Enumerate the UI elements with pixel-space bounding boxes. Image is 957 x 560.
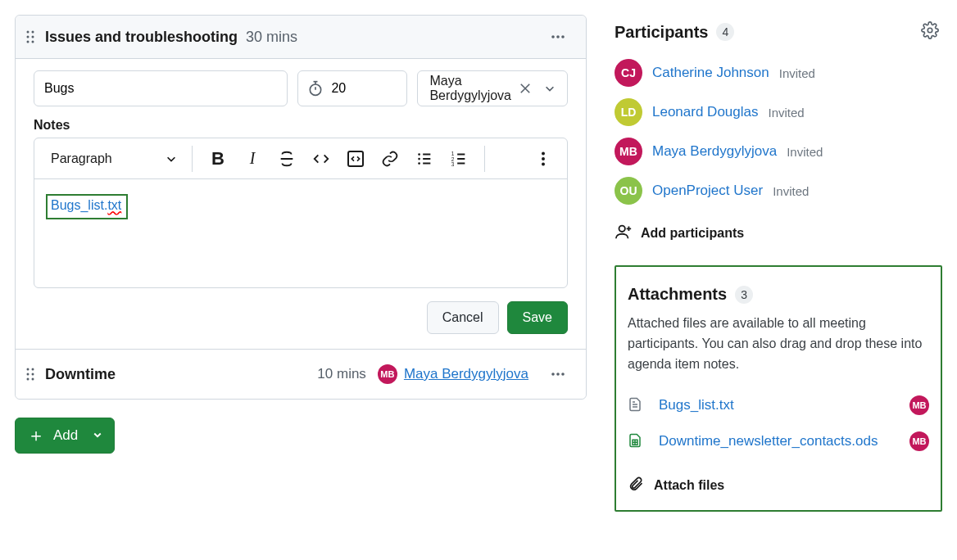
svg-point-25 <box>551 373 555 376</box>
drag-handle-icon[interactable] <box>24 368 37 381</box>
attach-files-button[interactable]: Attach files <box>628 476 929 495</box>
svg-point-11 <box>418 157 420 160</box>
attachments-count-badge: 3 <box>735 286 753 304</box>
agenda-item-header: Downtime 10 mins MB Maya Berdygylyjova <box>16 349 586 399</box>
format-select[interactable]: Paragraph <box>43 148 182 169</box>
svg-point-4 <box>27 41 29 43</box>
participant-avatar: LD <box>615 98 642 126</box>
svg-point-23 <box>27 378 29 381</box>
attachment-file-link[interactable]: Downtime_newsletter_contacts.ods <box>659 433 895 449</box>
link-button[interactable] <box>374 143 406 174</box>
cancel-button[interactable]: Cancel <box>427 301 499 334</box>
attachment-row: Bugs_list.txtMB <box>628 395 929 415</box>
attachment-row: Downtime_newsletter_contacts.odsMB <box>628 431 929 451</box>
svg-point-2 <box>27 36 29 38</box>
svg-text:3: 3 <box>451 161 455 167</box>
agenda-assignee-name: Maya Berdygylyjova <box>429 74 511 103</box>
participant-row: MBMaya BerdygylyjovaInvited <box>615 138 942 165</box>
svg-point-18 <box>542 162 545 165</box>
file-type-icon <box>628 432 644 450</box>
svg-point-28 <box>928 28 932 33</box>
svg-point-7 <box>556 35 560 38</box>
agenda-item-edit-form: Maya Berdygylyjova Notes Paragraph <box>16 59 586 349</box>
gear-icon[interactable] <box>921 21 939 43</box>
file-type-icon <box>628 396 644 414</box>
agenda-item-menu-button[interactable] <box>543 363 573 386</box>
svg-point-10 <box>418 153 420 156</box>
attachment-owner-avatar: MB <box>909 395 929 415</box>
attachments-description: Attached files are available to all meet… <box>628 314 929 374</box>
attachments-panel: Attachments 3 Attached files are availab… <box>615 265 942 512</box>
inserted-attachment-link[interactable]: Bugs_list.txt <box>46 194 128 219</box>
strikethrough-button[interactable] <box>271 143 302 174</box>
bullet-list-button[interactable] <box>409 143 440 174</box>
agenda-item-assignee-link[interactable]: Maya Berdygylyjova <box>404 366 528 382</box>
svg-point-3 <box>32 36 34 38</box>
svg-point-27 <box>561 373 565 376</box>
participant-avatar: CJ <box>615 59 642 87</box>
attachment-file-link[interactable]: Bugs_list.txt <box>659 397 895 413</box>
drag-handle-icon[interactable] <box>24 30 37 43</box>
svg-point-9 <box>311 84 321 95</box>
save-button[interactable]: Save <box>507 301 568 334</box>
notes-label: Notes <box>34 118 568 133</box>
assignee-avatar: MB <box>378 364 397 384</box>
participants-heading: Participants 4 <box>615 23 734 42</box>
agenda-item-duration: 10 mins <box>317 366 366 382</box>
svg-point-22 <box>32 373 34 376</box>
svg-point-5 <box>32 41 34 43</box>
numbered-list-button[interactable]: 123 <box>443 143 474 174</box>
editor-content-area[interactable]: Bugs_list.txt <box>34 179 567 287</box>
svg-point-21 <box>27 373 29 376</box>
participant-avatar: MB <box>615 138 642 165</box>
participant-status: Invited <box>787 145 823 159</box>
agenda-item-menu-button[interactable] <box>543 25 573 48</box>
assignee-caret-icon[interactable] <box>544 83 560 94</box>
svg-point-16 <box>542 151 545 155</box>
svg-point-29 <box>619 226 625 232</box>
participants-count-badge: 4 <box>716 23 734 41</box>
add-participants-button[interactable]: Add participants <box>615 223 942 244</box>
attachment-owner-avatar: MB <box>909 431 929 451</box>
agenda-item-header: Issues and troubleshooting 30 mins <box>16 16 586 59</box>
participant-status: Invited <box>773 184 809 198</box>
plus-icon: ＋ <box>27 427 45 445</box>
stopwatch-icon <box>307 80 324 97</box>
add-agenda-item-button[interactable]: ＋ Add <box>15 418 115 454</box>
inline-code-button[interactable] <box>306 143 337 174</box>
participant-row: LDLeonard DouglasInvited <box>615 98 942 126</box>
svg-point-0 <box>27 31 29 34</box>
participant-avatar: OU <box>615 177 642 205</box>
agenda-item-title: Downtime <box>45 366 116 383</box>
italic-button[interactable]: I <box>237 143 268 174</box>
agenda-title-input[interactable] <box>34 70 288 106</box>
editor-more-button[interactable] <box>528 143 559 174</box>
add-person-icon <box>615 223 633 244</box>
svg-point-1 <box>32 31 34 34</box>
svg-point-20 <box>32 368 34 371</box>
clear-assignee-icon[interactable] <box>519 83 536 94</box>
participant-name-link[interactable]: Leonard Douglas <box>652 104 758 120</box>
agenda-assignee-select[interactable]: Maya Berdygylyjova <box>417 70 568 106</box>
editor-toolbar: Paragraph B I 123 <box>34 138 567 179</box>
paperclip-icon <box>628 476 644 495</box>
code-block-button[interactable] <box>340 143 371 174</box>
agenda-item-duration: 30 mins <box>246 29 297 46</box>
svg-point-12 <box>418 162 420 165</box>
bold-button[interactable]: B <box>202 143 234 174</box>
svg-point-8 <box>561 35 565 38</box>
svg-point-17 <box>542 157 545 160</box>
attachments-heading: Attachments 3 <box>628 285 929 304</box>
participant-status: Invited <box>779 66 815 80</box>
notes-editor: Paragraph B I 123 <box>34 138 568 288</box>
participant-status: Invited <box>768 106 804 120</box>
svg-point-6 <box>551 35 555 38</box>
agenda-item-title: Issues and troubleshooting <box>45 29 238 46</box>
participant-row: CJCatherine JohnsonInvited <box>615 59 942 87</box>
format-select-label: Paragraph <box>51 151 112 166</box>
participant-name-link[interactable]: Catherine Johnson <box>652 65 769 81</box>
participant-row: OUOpenProject UserInvited <box>615 177 942 205</box>
participant-name-link[interactable]: OpenProject User <box>652 183 763 199</box>
participant-name-link[interactable]: Maya Berdygylyjova <box>652 143 777 160</box>
svg-point-24 <box>32 378 34 381</box>
